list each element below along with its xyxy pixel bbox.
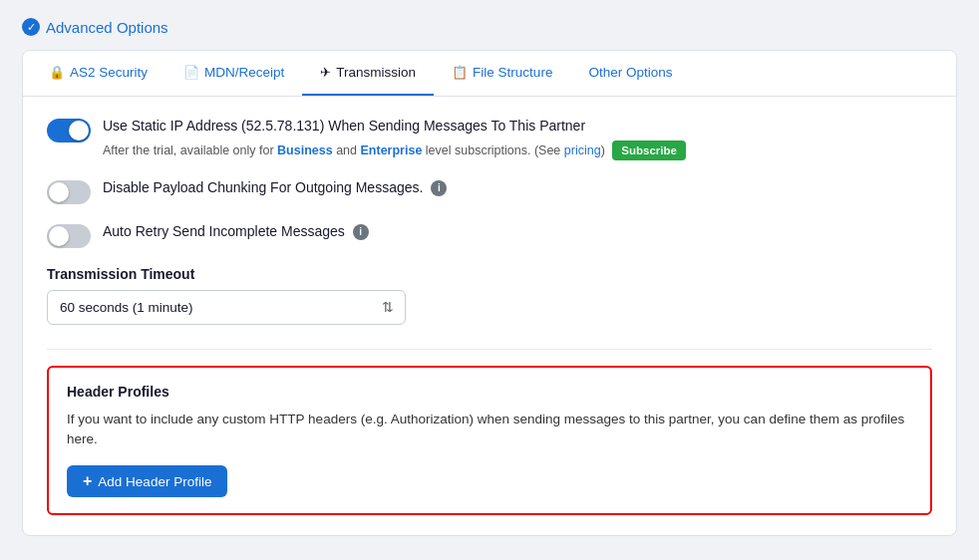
static-ip-sub-text: After the trial, available only for Busi… bbox=[103, 140, 932, 160]
header-profiles-desc: If you want to include any custom HTTP h… bbox=[67, 410, 912, 450]
business-highlight: Business bbox=[277, 143, 333, 157]
static-ip-text: Use Static IP Address (52.5.78.131) When… bbox=[103, 117, 932, 160]
check-icon: ✓ bbox=[22, 18, 40, 36]
main-card: 🔒 AS2 Security 📄 MDN/Receipt ✈ Transmiss… bbox=[22, 50, 957, 536]
tab-file-structure[interactable]: 📋 File Structure bbox=[434, 51, 570, 96]
tab-mdn-receipt-label: MDN/Receipt bbox=[204, 65, 284, 80]
tab-as2-security-label: AS2 Security bbox=[70, 65, 148, 80]
timeout-select[interactable]: 30 seconds 60 seconds (1 minute) 120 sec… bbox=[47, 290, 406, 325]
receipt-icon: 📄 bbox=[183, 65, 199, 80]
tab-transmission[interactable]: ✈ Transmission bbox=[302, 51, 434, 96]
auto-retry-toggle[interactable] bbox=[47, 224, 91, 248]
auto-retry-main-text: Auto Retry Send Incomplete Messages i bbox=[103, 222, 932, 242]
content-area: Use Static IP Address (52.5.78.131) When… bbox=[23, 97, 956, 535]
static-ip-row: Use Static IP Address (52.5.78.131) When… bbox=[47, 117, 932, 160]
static-ip-main-text: Use Static IP Address (52.5.78.131) When… bbox=[103, 117, 932, 137]
disable-chunking-info-icon[interactable]: i bbox=[431, 180, 447, 196]
timeout-select-wrapper: 30 seconds 60 seconds (1 minute) 120 sec… bbox=[47, 290, 406, 325]
disable-chunking-text: Disable Payload Chunking For Outgoing Me… bbox=[103, 178, 932, 198]
add-header-profile-button[interactable]: + Add Header Profile bbox=[67, 465, 227, 497]
disable-chunking-toggle[interactable] bbox=[47, 180, 91, 204]
page-wrapper: ✓ Advanced Options 🔒 AS2 Security 📄 MDN/… bbox=[10, 10, 969, 544]
subscribe-button[interactable]: Subscribe bbox=[612, 140, 686, 160]
pricing-link[interactable]: pricing bbox=[564, 143, 601, 157]
enterprise-highlight: Enterprise bbox=[361, 143, 423, 157]
file-icon: 📋 bbox=[452, 65, 468, 80]
level-text: level subscriptions. bbox=[422, 143, 534, 157]
advanced-options-label: Advanced Options bbox=[46, 19, 168, 36]
disable-chunking-main-text: Disable Payload Chunking For Outgoing Me… bbox=[103, 178, 932, 198]
disable-chunking-row: Disable Payload Chunking For Outgoing Me… bbox=[47, 178, 932, 204]
tab-as2-security[interactable]: 🔒 AS2 Security bbox=[31, 51, 165, 96]
tab-transmission-label: Transmission bbox=[336, 65, 416, 80]
tab-mdn-receipt[interactable]: 📄 MDN/Receipt bbox=[165, 51, 302, 96]
close-paren: ) bbox=[601, 143, 605, 157]
advanced-options-link[interactable]: ✓ Advanced Options bbox=[22, 18, 957, 36]
sub-text-prefix: After the trial, available only for bbox=[103, 143, 277, 157]
auto-retry-text: Auto Retry Send Incomplete Messages i bbox=[103, 222, 932, 242]
and-text: and bbox=[333, 143, 361, 157]
auto-retry-row: Auto Retry Send Incomplete Messages i bbox=[47, 222, 932, 248]
header-profiles-box: Header Profiles If you want to include a… bbox=[47, 366, 932, 516]
add-header-profile-label: Add Header Profile bbox=[98, 474, 211, 489]
divider bbox=[47, 349, 932, 350]
see-text: (See bbox=[534, 143, 564, 157]
plus-icon: + bbox=[83, 473, 92, 489]
transmission-icon: ✈ bbox=[320, 65, 331, 80]
tab-file-structure-label: File Structure bbox=[473, 65, 552, 80]
static-ip-toggle[interactable] bbox=[47, 119, 91, 142]
header-profiles-title: Header Profiles bbox=[67, 384, 912, 400]
timeout-label: Transmission Timeout bbox=[47, 266, 932, 282]
auto-retry-info-icon[interactable]: i bbox=[353, 224, 369, 240]
tabs-row: 🔒 AS2 Security 📄 MDN/Receipt ✈ Transmiss… bbox=[23, 51, 956, 97]
lock-icon: 🔒 bbox=[49, 65, 65, 80]
tab-other-options-label: Other Options bbox=[588, 65, 672, 80]
tab-other-options[interactable]: Other Options bbox=[570, 51, 690, 96]
